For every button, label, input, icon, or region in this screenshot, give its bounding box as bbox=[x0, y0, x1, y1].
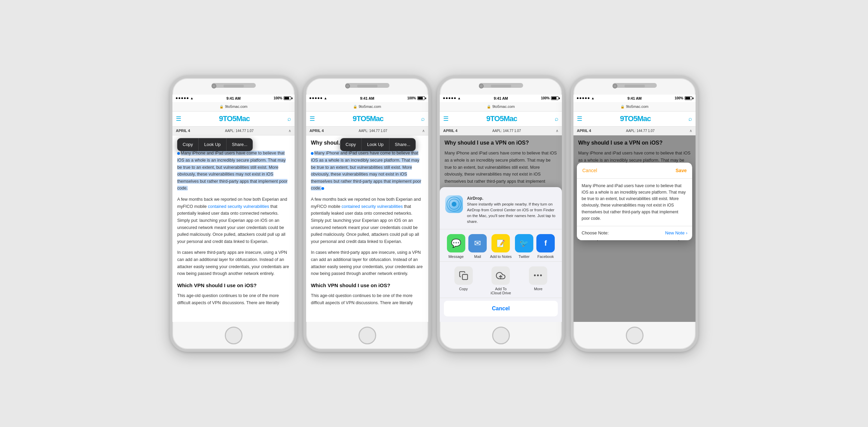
signal-dots-3: ▲ bbox=[443, 96, 461, 100]
share-actions-row: Copy Add ToiCloud Drive bbox=[440, 262, 562, 298]
signal-dots: ▲ bbox=[176, 96, 194, 100]
article-para3-2: In cases where third-party apps are inse… bbox=[311, 249, 423, 277]
wifi-icon-4: ▲ bbox=[591, 96, 595, 100]
airdrop-section[interactable]: AirDrop. Share instantly with people nea… bbox=[440, 191, 562, 229]
svg-rect-0 bbox=[462, 274, 467, 279]
share-app-notes[interactable]: 📝 Add to Notes bbox=[490, 234, 512, 259]
url-bar-2[interactable]: 🔒 9to5mac.com bbox=[306, 102, 428, 112]
share-sheet-3: AirDrop. Share instantly with people nea… bbox=[440, 187, 562, 322]
ticker-bar-1: APRIL 4 AAPL: 144.77 1.07 ∧ bbox=[172, 127, 295, 135]
wifi-icon-2: ▲ bbox=[324, 96, 327, 100]
ticker-date-2: APRIL 4 bbox=[310, 129, 324, 133]
article-para1-3: Many iPhone and iPad users have come to … bbox=[445, 150, 557, 185]
home-button-3[interactable] bbox=[492, 327, 510, 344]
twitter-label: Twitter bbox=[519, 254, 530, 259]
new-note-text: New Note bbox=[665, 230, 685, 237]
phone-2: ▲ 9:41 AM 100% 🔒 9to5mac.com ☰ 9TO5Mac ⌕… bbox=[303, 76, 431, 352]
notes-save-button[interactable]: Save bbox=[675, 167, 687, 174]
share-action-copy[interactable]: Copy bbox=[454, 266, 473, 295]
status-bar-3: ▲ 9:41 AM 100% bbox=[440, 95, 562, 102]
menu-icon-3[interactable]: ☰ bbox=[443, 115, 449, 122]
airdrop-desc: Share instantly with people nearby. If t… bbox=[467, 202, 555, 224]
share-cancel-button[interactable]: Cancel bbox=[444, 301, 558, 316]
share-action-icloud[interactable]: Add ToiCloud Drive bbox=[491, 266, 511, 295]
battery-icon-1 bbox=[284, 96, 291, 100]
time-display-4: 9:41 AM bbox=[628, 96, 642, 100]
article-para4-2: This age-old question continues to be on… bbox=[311, 292, 423, 306]
time-display-1: 9:41 AM bbox=[227, 96, 241, 100]
facebook-label: Facebook bbox=[537, 254, 554, 259]
battery-text-2: 100% bbox=[407, 96, 416, 100]
ticker-chevron-4: ∧ bbox=[689, 129, 692, 133]
ticker-stock-4: AAPL: 144.77 1.07 bbox=[626, 129, 655, 133]
time-display-2: 9:41 AM bbox=[360, 96, 374, 100]
search-icon-4[interactable]: ⌕ bbox=[688, 115, 692, 122]
menu-icon-4[interactable]: ☰ bbox=[577, 115, 582, 122]
wifi-icon: ▲ bbox=[190, 96, 194, 100]
lock-icon-3: 🔒 bbox=[487, 105, 491, 109]
share-button-1[interactable]: Share... bbox=[227, 138, 253, 151]
status-bar-4: ▲ 9:41 AM 100% bbox=[573, 95, 696, 102]
home-button-1[interactable] bbox=[225, 327, 243, 344]
phone-1-screen: ▲ 9:41 AM 100% 🔒 9to5mac.com ☰ 9TO5Mac ⌕ bbox=[172, 95, 295, 322]
time-display-3: 9:41 AM bbox=[494, 96, 508, 100]
new-note-chevron: › bbox=[686, 230, 687, 237]
share-app-facebook[interactable]: f Facebook bbox=[536, 234, 555, 259]
mail-label: Mail bbox=[474, 254, 481, 259]
home-button-4[interactable] bbox=[626, 327, 644, 344]
ticker-bar-4: APRIL 4 AAPL: 144.77 1.07 ∧ bbox=[573, 127, 696, 135]
url-bar-3[interactable]: 🔒 9to5mac.com bbox=[440, 102, 562, 112]
menu-icon-2[interactable]: ☰ bbox=[310, 115, 315, 122]
ticker-stock-3: AAPL: 144.77 1.07 bbox=[493, 129, 521, 133]
search-icon-3[interactable]: ⌕ bbox=[555, 115, 558, 122]
share-button-2[interactable]: Share... bbox=[389, 138, 416, 151]
message-icon: 💬 bbox=[447, 234, 465, 252]
nav-bar-3: ☰ 9TO5Mac ⌕ bbox=[440, 112, 562, 127]
airdrop-text: AirDrop. Share instantly with people nea… bbox=[467, 195, 556, 225]
share-app-mail[interactable]: ✉ Mail bbox=[468, 234, 487, 259]
share-action-more[interactable]: ••• More bbox=[529, 266, 547, 295]
status-right-1: 100% bbox=[273, 96, 291, 100]
site-logo-4: 9TO5Mac bbox=[582, 114, 688, 123]
lookup-button-2[interactable]: Look Up bbox=[362, 138, 389, 151]
notes-new-note[interactable]: New Note › bbox=[665, 230, 687, 237]
phone-1: ▲ 9:41 AM 100% 🔒 9to5mac.com ☰ 9TO5Mac ⌕ bbox=[170, 76, 297, 352]
menu-icon-1[interactable]: ☰ bbox=[176, 115, 181, 122]
url-bar-4[interactable]: 🔒 9to5mac.com bbox=[573, 102, 696, 112]
cursor-end-2 bbox=[321, 187, 324, 190]
lookup-button-1[interactable]: Look Up bbox=[199, 138, 226, 151]
airdrop-title: AirDrop. bbox=[467, 195, 556, 201]
ticker-chevron-3: ∧ bbox=[556, 129, 558, 133]
article-link-1: contained security vulnerabilities bbox=[208, 204, 269, 209]
article-4: Why should I use a VPN on iOS? Many iPho… bbox=[573, 135, 696, 322]
share-app-message[interactable]: 💬 Message bbox=[447, 234, 465, 259]
ticker-chevron-1: ∧ bbox=[288, 129, 291, 133]
phone-4: ▲ 9:41 AM 100% 🔒 9to5mac.com ☰ 9TO5Mac ⌕… bbox=[571, 76, 698, 352]
home-button-2[interactable] bbox=[358, 327, 376, 344]
message-symbol: 💬 bbox=[451, 239, 461, 248]
search-icon-2[interactable]: ⌕ bbox=[421, 115, 425, 122]
copy-button-1[interactable]: Copy bbox=[177, 138, 199, 151]
notes-choose-label: Choose Note: bbox=[582, 230, 609, 237]
notes-overlay: Cancel Save Many iPhone and iPad users h… bbox=[573, 135, 696, 322]
context-menu-2: Copy Look Up Share... bbox=[340, 138, 416, 151]
share-app-twitter[interactable]: 🐦 Twitter bbox=[515, 234, 533, 259]
url-text-3: 9to5mac.com bbox=[492, 104, 515, 109]
ticker-bar-3: APRIL 4 AAPL: 144.77 1.07 ∧ bbox=[440, 127, 562, 135]
copy-button-2[interactable]: Copy bbox=[340, 138, 362, 151]
url-bar-1[interactable]: 🔒 9to5mac.com bbox=[172, 102, 295, 112]
copy-action-label: Copy bbox=[459, 287, 468, 291]
notes-content-area[interactable]: Many iPhone and iPad users have come to … bbox=[577, 179, 692, 226]
article-2: Copy Look Up Share... Why shoul... Many … bbox=[306, 135, 428, 322]
signal-dots-2: ▲ bbox=[310, 96, 327, 100]
notes-icon: 📝 bbox=[491, 234, 510, 252]
context-menu-1: Copy Look Up Share... bbox=[177, 138, 253, 151]
status-bar-2: ▲ 9:41 AM 100% bbox=[306, 95, 428, 102]
battery-text-3: 100% bbox=[541, 96, 550, 100]
status-right-3: 100% bbox=[541, 96, 558, 100]
icloud-action-label: Add ToiCloud Drive bbox=[491, 287, 511, 295]
notes-cancel-button[interactable]: Cancel bbox=[582, 167, 597, 174]
search-icon-1[interactable]: ⌕ bbox=[287, 115, 291, 122]
article-para4-1: This age-old question continues to be on… bbox=[177, 292, 290, 306]
url-text-4: 9to5mac.com bbox=[626, 104, 648, 109]
